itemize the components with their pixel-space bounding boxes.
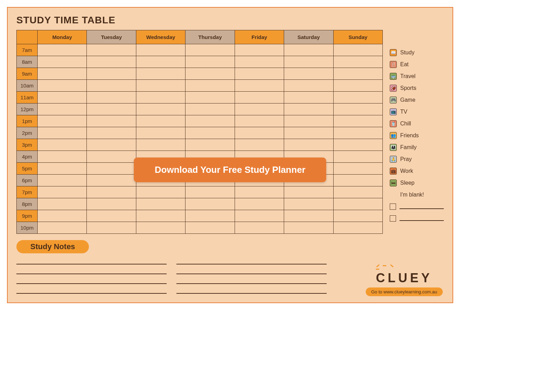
timetable-cell[interactable] [284, 210, 333, 222]
timetable-cell[interactable] [136, 210, 185, 222]
timetable-cell[interactable] [38, 163, 87, 175]
timetable-cell[interactable] [38, 198, 87, 210]
timetable-cell[interactable] [136, 80, 185, 92]
timetable-cell[interactable] [38, 127, 87, 139]
timetable-cell[interactable] [284, 222, 333, 234]
timetable-cell[interactable] [136, 186, 185, 198]
timetable-cell[interactable] [185, 56, 235, 68]
timetable-cell[interactable] [185, 92, 235, 103]
timetable-cell[interactable] [185, 210, 235, 222]
timetable-cell[interactable] [235, 127, 284, 139]
timetable-cell[interactable] [87, 127, 136, 139]
timetable-cell[interactable] [87, 44, 136, 56]
timetable-cell[interactable] [284, 103, 333, 115]
timetable-cell[interactable] [333, 175, 382, 186]
timetable-cell[interactable] [235, 186, 284, 198]
note-line[interactable] [176, 268, 327, 274]
note-line[interactable] [176, 287, 327, 294]
legend-write-line[interactable] [400, 204, 444, 209]
timetable-cell[interactable] [235, 80, 284, 92]
legend-checkbox[interactable] [390, 215, 396, 222]
timetable-cell[interactable] [284, 198, 333, 210]
timetable-cell[interactable] [284, 56, 333, 68]
timetable-cell[interactable] [87, 80, 136, 92]
timetable-cell[interactable] [136, 222, 185, 234]
timetable-cell[interactable] [87, 56, 136, 68]
timetable-cell[interactable] [87, 210, 136, 222]
note-line[interactable] [16, 287, 167, 294]
timetable-cell[interactable] [333, 115, 382, 127]
timetable-cell[interactable] [235, 103, 284, 115]
timetable-cell[interactable] [87, 151, 136, 163]
timetable-cell[interactable] [235, 68, 284, 80]
timetable-cell[interactable] [235, 139, 284, 151]
timetable-cell[interactable] [38, 103, 87, 115]
download-planner-button[interactable]: Download Your Free Study Planner [134, 157, 326, 182]
timetable-cell[interactable] [333, 186, 382, 198]
legend-checkbox[interactable] [390, 203, 396, 210]
timetable-cell[interactable] [185, 186, 235, 198]
timetable-cell[interactable] [87, 92, 136, 103]
timetable-cell[interactable] [333, 68, 382, 80]
timetable-cell[interactable] [38, 151, 87, 163]
timetable-cell[interactable] [38, 186, 87, 198]
timetable-cell[interactable] [185, 222, 235, 234]
timetable-cell[interactable] [38, 44, 87, 56]
timetable-cell[interactable] [87, 139, 136, 151]
timetable-cell[interactable] [235, 210, 284, 222]
timetable-cell[interactable] [185, 115, 235, 127]
timetable-cell[interactable] [185, 198, 235, 210]
note-line[interactable] [16, 258, 167, 264]
timetable-cell[interactable] [235, 92, 284, 103]
timetable-cell[interactable] [87, 115, 136, 127]
timetable-cell[interactable] [136, 68, 185, 80]
timetable-cell[interactable] [87, 103, 136, 115]
timetable-cell[interactable] [333, 222, 382, 234]
timetable-cell[interactable] [136, 139, 185, 151]
timetable-cell[interactable] [136, 127, 185, 139]
note-line[interactable] [176, 278, 327, 284]
timetable-cell[interactable] [87, 175, 136, 186]
timetable-cell[interactable] [333, 151, 382, 163]
timetable-cell[interactable] [87, 198, 136, 210]
timetable-cell[interactable] [333, 163, 382, 175]
note-line[interactable] [16, 278, 167, 284]
timetable-cell[interactable] [284, 44, 333, 56]
timetable-cell[interactable] [333, 210, 382, 222]
timetable-cell[interactable] [38, 222, 87, 234]
timetable-cell[interactable] [38, 92, 87, 103]
timetable-cell[interactable] [87, 163, 136, 175]
timetable-cell[interactable] [333, 92, 382, 103]
timetable-cell[interactable] [284, 80, 333, 92]
timetable-cell[interactable] [284, 92, 333, 103]
note-line[interactable] [176, 258, 327, 264]
note-line[interactable] [16, 268, 167, 274]
timetable-cell[interactable] [235, 56, 284, 68]
timetable-cell[interactable] [284, 139, 333, 151]
timetable-cell[interactable] [284, 68, 333, 80]
timetable-cell[interactable] [87, 186, 136, 198]
timetable-cell[interactable] [333, 198, 382, 210]
timetable-cell[interactable] [185, 127, 235, 139]
timetable-cell[interactable] [38, 139, 87, 151]
timetable-cell[interactable] [136, 44, 185, 56]
timetable-cell[interactable] [185, 68, 235, 80]
timetable-cell[interactable] [333, 56, 382, 68]
timetable-cell[interactable] [185, 103, 235, 115]
timetable-cell[interactable] [333, 127, 382, 139]
timetable-cell[interactable] [38, 175, 87, 186]
timetable-cell[interactable] [38, 210, 87, 222]
timetable-cell[interactable] [38, 80, 87, 92]
timetable-cell[interactable] [87, 222, 136, 234]
timetable-cell[interactable] [136, 115, 185, 127]
legend-write-line[interactable] [400, 216, 444, 221]
timetable-cell[interactable] [185, 139, 235, 151]
timetable-cell[interactable] [333, 139, 382, 151]
timetable-cell[interactable] [333, 44, 382, 56]
timetable-cell[interactable] [136, 56, 185, 68]
timetable-cell[interactable] [136, 198, 185, 210]
timetable-cell[interactable] [38, 56, 87, 68]
timetable-cell[interactable] [284, 186, 333, 198]
timetable-cell[interactable] [87, 68, 136, 80]
timetable-cell[interactable] [284, 115, 333, 127]
